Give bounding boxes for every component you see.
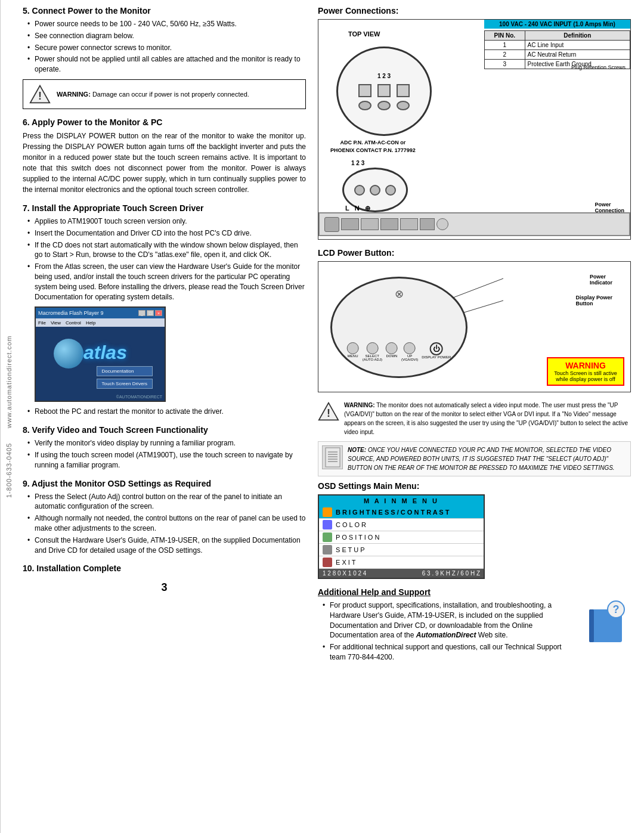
osd-brightness-icon bbox=[323, 507, 332, 517]
section-10: 10. Installation Complete bbox=[23, 563, 306, 573]
atlas-body: atlas Documentation Touch Screen Drivers… bbox=[36, 327, 165, 401]
note-box: NOTE: ONCE YOU HAVE CONNECTED YOUR PC AN… bbox=[318, 441, 631, 476]
lcd-buttons-row: MENU SELECT(AUTO ADJ) DOWN bbox=[347, 342, 451, 361]
sidebar-phone: 1-800-633-0405 bbox=[5, 442, 13, 497]
power-indicator-label: PowerIndicator bbox=[590, 274, 612, 286]
atlas-minimize-btn[interactable]: _ bbox=[138, 310, 145, 316]
atlas-doc-btn[interactable]: Documentation bbox=[97, 366, 153, 376]
section-7-bullet-5: Reboot the PC and restart the monitor to… bbox=[27, 407, 306, 417]
osd-header: M A I N M E N U bbox=[319, 496, 484, 506]
section-5-bullet-2: See connection diagram below. bbox=[27, 31, 306, 41]
osd-row-exit[interactable]: E X I T bbox=[319, 556, 484, 569]
warning-video-box: ! WARNING: The monitor does not automati… bbox=[318, 401, 631, 436]
top-hole-2 bbox=[377, 101, 391, 110]
top-view-connector: 1 2 3 bbox=[336, 47, 432, 136]
svg-text:!: ! bbox=[38, 90, 42, 102]
section-5: 5. Connect Power to the Monitor Power so… bbox=[23, 6, 306, 109]
lcd-btn-select[interactable]: SELECT(AUTO ADJ) bbox=[363, 342, 382, 361]
section-6: 6. Apply Power to the Monitor & PC Press… bbox=[23, 117, 306, 195]
left-column: 5. Connect Power to the Monitor Power so… bbox=[23, 6, 315, 827]
osd-frequency: 6 3 . 9 K H Z / 6 0 H Z bbox=[422, 570, 480, 577]
osd-row-position[interactable]: P O S I T I O N bbox=[319, 531, 484, 544]
osd-row-setup[interactable]: S E T U P bbox=[319, 544, 484, 556]
atlas-menu: File View Control Help bbox=[36, 318, 165, 327]
warning-body: Damage can occur if power is not properl… bbox=[92, 91, 249, 98]
pin-row-2-def: AC Neutral Return bbox=[525, 50, 630, 60]
atlas-maximize-btn[interactable]: □ bbox=[147, 310, 154, 316]
monitor-port-6 bbox=[420, 218, 435, 230]
svg-rect-13 bbox=[589, 609, 594, 642]
section-7-bullet-last: Reboot the PC and restart the monitor to… bbox=[23, 407, 306, 417]
lcd-diagram: PowerIndicator Display PowerButton ⊗ bbox=[318, 261, 631, 392]
page-number: 3 bbox=[23, 581, 306, 594]
atlas-menu-file[interactable]: File bbox=[38, 320, 46, 326]
section-6-body: Press the DISPLAY POWER button on the re… bbox=[23, 131, 306, 195]
book-svg-icon: ? bbox=[583, 600, 631, 648]
top-hole-3 bbox=[397, 101, 410, 110]
lcd-btn-down[interactable]: DOWN bbox=[386, 342, 398, 361]
atlas-titlebar: Macromedia Flash Player 9 _ □ × bbox=[36, 308, 165, 318]
pin-numbers-label: 1 2 3 bbox=[377, 73, 391, 79]
osd-exit-label: E X I T bbox=[336, 559, 355, 566]
lcd-btn-up[interactable]: UP(VGA/DVI) bbox=[401, 342, 418, 361]
section-8: 8. Verify Video and Touch Screen Functio… bbox=[23, 425, 306, 470]
top-holes-row bbox=[358, 101, 410, 110]
top-pins-row bbox=[358, 84, 410, 97]
monitor-port-3 bbox=[361, 218, 379, 230]
pin-table: PIN No. Definition 1 AC Line Input 2 AC … bbox=[484, 30, 630, 69]
section-7: 7. Install the Appropriate Touch Screen … bbox=[23, 203, 306, 417]
osd-color-icon bbox=[323, 520, 332, 529]
lcd-x-icon: ⊗ bbox=[395, 287, 404, 301]
osd-exit-icon bbox=[323, 558, 332, 567]
help-text: For product support, specifications, ins… bbox=[318, 600, 577, 667]
lcd-btn-menu[interactable]: MENU bbox=[347, 342, 359, 361]
osd-color-label: C O L O R bbox=[336, 521, 366, 528]
sidebar-website: www.automationdirect.com bbox=[5, 335, 13, 428]
atlas-titlebar-buttons: _ □ × bbox=[138, 310, 162, 316]
warning-text-section5: WARNING: Damage can occur if power is no… bbox=[57, 91, 249, 98]
note-book-icon bbox=[324, 447, 341, 467]
osd-position-label: P O S I T I O N bbox=[336, 534, 379, 541]
warning-red-title: WARNING bbox=[552, 361, 620, 370]
atlas-drivers-btn[interactable]: Touch Screen Drivers bbox=[97, 379, 153, 389]
pin-row-3-no: 3 bbox=[485, 60, 525, 69]
atlas-globe-icon bbox=[54, 339, 83, 368]
pin-row-1-def: AC Line Input bbox=[525, 41, 630, 50]
help-bullets: For product support, specifications, ins… bbox=[318, 600, 577, 662]
osd-row-color[interactable]: C O L O R bbox=[319, 519, 484, 531]
atlas-close-btn[interactable]: × bbox=[155, 310, 162, 316]
right-column: Power Connections: 100 VAC - 240 VAC INP… bbox=[315, 6, 631, 827]
atlas-menu-help[interactable]: Help bbox=[86, 320, 95, 326]
section-7-bullets: Applies to ATM1900T touch screen version… bbox=[23, 216, 306, 302]
atlas-screen: Macromedia Flash Player 9 _ □ × File Vie… bbox=[35, 306, 166, 402]
section-5-bullets: Power source needs to be 100 - 240 VAC, … bbox=[23, 19, 306, 75]
atlas-title-text: Macromedia Flash Player 9 bbox=[38, 310, 138, 316]
atlas-buttons: Documentation Touch Screen Drivers bbox=[97, 366, 153, 389]
section-10-title: 10. Installation Complete bbox=[23, 563, 306, 573]
front-hole-1 bbox=[354, 185, 365, 196]
section-7-bullet-4: From the Atlas screen, the user can view… bbox=[27, 262, 306, 302]
section-9: 9. Adjust the Monitor OSD Settings as Re… bbox=[23, 479, 306, 556]
lcd-section: LCD Power Button: PowerIndicator Display… bbox=[318, 248, 631, 392]
section-7-bullet-1: Applies to ATM1900T touch screen version… bbox=[27, 216, 306, 227]
monitor-port-7 bbox=[436, 218, 448, 230]
osd-footer: 1 2 8 0 X 1 0 2 4 6 3 . 9 K H Z / 6 0 H … bbox=[319, 569, 484, 578]
note-body: ONCE YOU HAVE CONNECTED YOUR PC AND THE … bbox=[348, 447, 615, 471]
section-7-bullet-3: If the CD does not start automatically w… bbox=[27, 240, 306, 261]
osd-brightness-label: B R I G H T N E S S / C O N T R A S T bbox=[336, 509, 449, 516]
section-5-bullet-4: Power should not be applied until all ca… bbox=[27, 54, 306, 75]
monitor-port-5 bbox=[400, 218, 418, 230]
osd-row-brightness[interactable]: B R I G H T N E S S / C O N T R A S T bbox=[319, 506, 484, 519]
plug-retention-label: Plug Retention Screws bbox=[571, 64, 626, 70]
atlas-menu-view[interactable]: View bbox=[51, 320, 61, 326]
warning-video-icon: ! bbox=[318, 401, 339, 422]
section-8-bullets: Verify the monitor's video display by ru… bbox=[23, 438, 306, 470]
lcd-btn-display-power[interactable]: ⏻ DISPLAY POWER bbox=[422, 342, 451, 361]
power-connections-section: Power Connections: 100 VAC - 240 VAC INP… bbox=[318, 6, 631, 240]
main-content: 5. Connect Power to the Monitor Power so… bbox=[17, 0, 644, 833]
atlas-menu-control[interactable]: Control bbox=[66, 320, 81, 326]
warning-box-section5: ! WARNING: Damage can occur if power is … bbox=[23, 79, 306, 109]
power-connections-title: Power Connections: bbox=[318, 6, 631, 16]
additional-help-section: Additional Help and Support For product … bbox=[318, 587, 631, 667]
top-hole-1 bbox=[358, 101, 371, 110]
